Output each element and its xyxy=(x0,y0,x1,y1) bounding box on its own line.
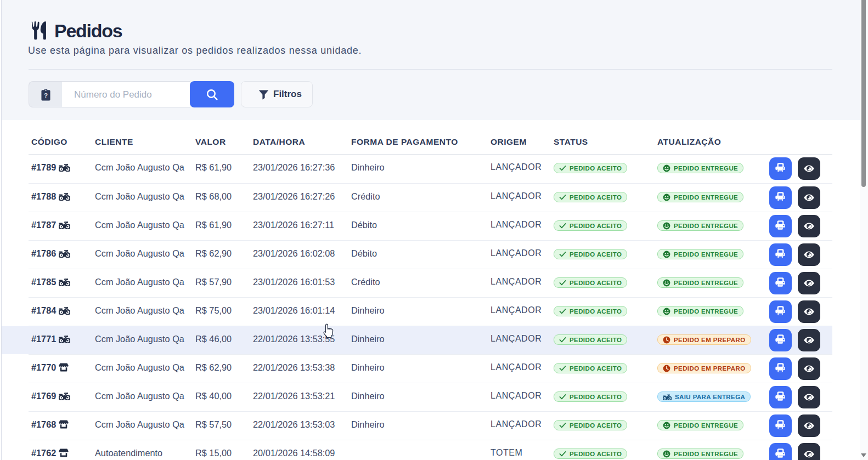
svg-text:?: ? xyxy=(44,92,48,99)
